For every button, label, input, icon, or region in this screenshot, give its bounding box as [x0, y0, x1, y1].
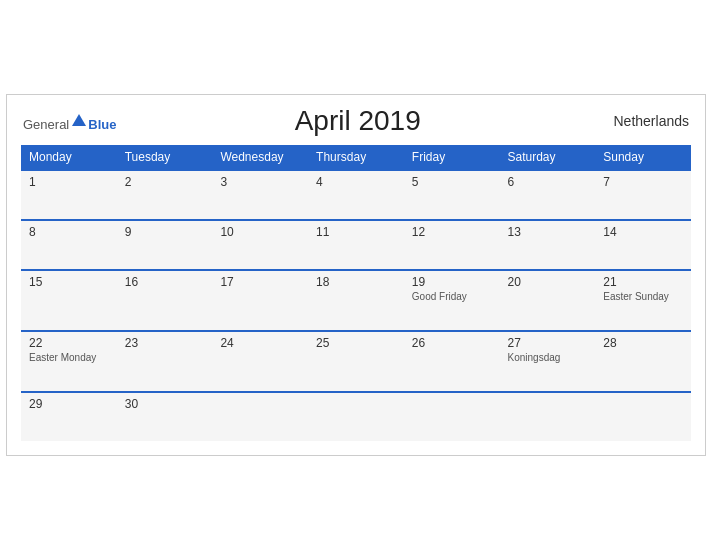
holiday-label: Good Friday — [412, 291, 492, 302]
day-number: 18 — [316, 275, 396, 289]
day-number: 8 — [29, 225, 109, 239]
day-number: 6 — [508, 175, 588, 189]
header-thursday: Thursday — [308, 145, 404, 170]
calendar-container: General Blue April 2019 Netherlands Mond… — [6, 94, 706, 456]
day-number: 5 — [412, 175, 492, 189]
calendar-table: Monday Tuesday Wednesday Thursday Friday… — [21, 145, 691, 441]
day-number: 22 — [29, 336, 109, 350]
holiday-label: Easter Sunday — [603, 291, 683, 302]
day-cell: 15 — [21, 270, 117, 331]
day-number: 19 — [412, 275, 492, 289]
day-number: 24 — [220, 336, 300, 350]
header-saturday: Saturday — [500, 145, 596, 170]
day-number: 26 — [412, 336, 492, 350]
day-number: 21 — [603, 275, 683, 289]
day-cell: 7 — [595, 170, 691, 220]
day-cell: 11 — [308, 220, 404, 270]
week-row-2: 891011121314 — [21, 220, 691, 270]
holiday-label: Koningsdag — [508, 352, 588, 363]
day-number: 12 — [412, 225, 492, 239]
day-number: 4 — [316, 175, 396, 189]
header-tuesday: Tuesday — [117, 145, 213, 170]
day-cell: 8 — [21, 220, 117, 270]
header-monday: Monday — [21, 145, 117, 170]
day-number: 20 — [508, 275, 588, 289]
day-cell — [308, 392, 404, 441]
day-number: 3 — [220, 175, 300, 189]
day-number: 23 — [125, 336, 205, 350]
day-number: 7 — [603, 175, 683, 189]
day-number: 25 — [316, 336, 396, 350]
day-number: 17 — [220, 275, 300, 289]
day-number: 14 — [603, 225, 683, 239]
day-number: 15 — [29, 275, 109, 289]
day-number: 11 — [316, 225, 396, 239]
day-cell — [500, 392, 596, 441]
day-cell: 21Easter Sunday — [595, 270, 691, 331]
day-cell: 29 — [21, 392, 117, 441]
day-cell: 25 — [308, 331, 404, 392]
day-cell: 10 — [212, 220, 308, 270]
day-cell: 14 — [595, 220, 691, 270]
day-cell: 3 — [212, 170, 308, 220]
logo-general-text: General — [23, 118, 69, 131]
day-cell: 19Good Friday — [404, 270, 500, 331]
week-row-1: 1234567 — [21, 170, 691, 220]
day-cell: 1 — [21, 170, 117, 220]
day-number: 29 — [29, 397, 109, 411]
day-number: 1 — [29, 175, 109, 189]
day-number: 9 — [125, 225, 205, 239]
day-number: 2 — [125, 175, 205, 189]
day-cell: 24 — [212, 331, 308, 392]
day-cell: 9 — [117, 220, 213, 270]
day-cell — [595, 392, 691, 441]
day-number: 30 — [125, 397, 205, 411]
day-cell — [212, 392, 308, 441]
day-number: 16 — [125, 275, 205, 289]
logo: General Blue — [23, 112, 116, 131]
day-number: 28 — [603, 336, 683, 350]
calendar-header: General Blue April 2019 Netherlands — [21, 105, 691, 137]
day-number: 10 — [220, 225, 300, 239]
header-sunday: Sunday — [595, 145, 691, 170]
day-cell: 30 — [117, 392, 213, 441]
svg-marker-0 — [72, 114, 86, 126]
logo-icon — [70, 112, 88, 130]
logo-blue-text: Blue — [88, 118, 116, 131]
country-label: Netherlands — [599, 113, 689, 129]
calendar-title: April 2019 — [116, 105, 599, 137]
day-cell: 4 — [308, 170, 404, 220]
day-cell — [404, 392, 500, 441]
day-cell: 6 — [500, 170, 596, 220]
day-cell: 18 — [308, 270, 404, 331]
week-row-4: 22Easter Monday2324252627Koningsdag28 — [21, 331, 691, 392]
day-cell: 22Easter Monday — [21, 331, 117, 392]
weekday-header-row: Monday Tuesday Wednesday Thursday Friday… — [21, 145, 691, 170]
day-cell: 12 — [404, 220, 500, 270]
day-cell: 28 — [595, 331, 691, 392]
day-cell: 17 — [212, 270, 308, 331]
day-cell: 2 — [117, 170, 213, 220]
day-cell: 27Koningsdag — [500, 331, 596, 392]
week-row-5: 2930 — [21, 392, 691, 441]
day-cell: 23 — [117, 331, 213, 392]
day-cell: 16 — [117, 270, 213, 331]
week-row-3: 1516171819Good Friday2021Easter Sunday — [21, 270, 691, 331]
day-cell: 13 — [500, 220, 596, 270]
day-number: 27 — [508, 336, 588, 350]
header-friday: Friday — [404, 145, 500, 170]
day-cell: 5 — [404, 170, 500, 220]
header-wednesday: Wednesday — [212, 145, 308, 170]
day-cell: 20 — [500, 270, 596, 331]
holiday-label: Easter Monday — [29, 352, 109, 363]
day-cell: 26 — [404, 331, 500, 392]
day-number: 13 — [508, 225, 588, 239]
